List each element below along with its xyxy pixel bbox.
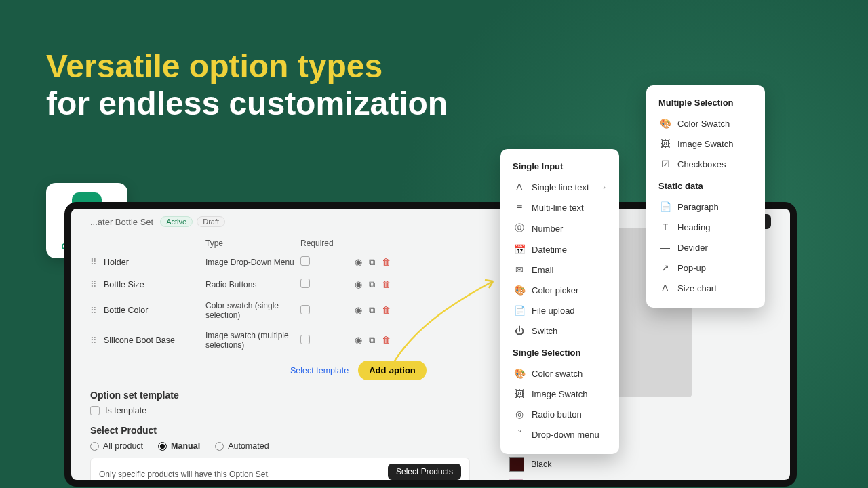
breadcrumb: ...ater Bottle Set [90,217,153,227]
drag-handle-icon[interactable]: ⠿ [90,306,104,316]
option-icon: 🎨 [514,285,525,296]
option-type-menu-2[interactable]: Multiple Selection 🎨Color Swatch🖼Image S… [646,85,765,308]
eye-icon[interactable]: ◉ [355,257,362,268]
trash-icon[interactable]: 🗑 [382,279,391,290]
status-active[interactable]: Active [160,216,193,227]
drag-handle-icon[interactable]: ⠿ [90,336,104,346]
menu-item[interactable]: ⏻Switch [505,321,615,341]
drag-handle-icon[interactable]: ⠿ [90,279,104,289]
option-icon: ◎ [514,409,525,420]
menu-item[interactable]: 🎨Color swatch [505,363,615,384]
option-icon: 📄 [660,201,671,212]
table-row[interactable]: ⠿Bottle ColorColor swatch (single select… [90,296,470,325]
copy-icon[interactable]: ⧉ [369,257,375,268]
select-template-link[interactable]: Select template [290,366,349,375]
copy-icon[interactable]: ⧉ [369,305,375,316]
option-icon: — [660,242,671,253]
menu-item[interactable]: ☑Checkboxes [650,154,761,174]
menu-item[interactable]: THeading [650,217,761,237]
option-icon: ⓪ [514,222,525,235]
add-option-button[interactable]: Add option [358,361,427,380]
menu-item[interactable]: ✉Email [505,260,615,280]
option-icon: 🖼 [660,138,671,149]
menu-item[interactable]: 🖼Image Swatch [650,134,761,154]
status-draft[interactable]: Draft [197,216,225,227]
menu-item[interactable]: ↗Pop-up [650,258,761,278]
chevron-right-icon: › [603,183,606,191]
menu-item[interactable]: 📅Datetime [505,239,615,260]
option-icon: 📄 [514,305,525,316]
radio-all[interactable]: All product [90,441,143,451]
menu-item[interactable]: 🖼Image Swatch [505,384,615,404]
col-type: Type [205,239,300,248]
option-icon: 🎨 [660,118,671,129]
required-checkbox[interactable] [300,279,310,288]
table-row[interactable]: ⠿HolderImage Drop-Down Menu◉⧉🗑 [90,251,470,273]
eye-icon[interactable]: ◉ [355,305,362,316]
headline: Versatile option types for endless custo… [46,47,448,122]
menu-item[interactable]: ◎Radio button [505,404,615,424]
option-icon: 🎨 [514,368,525,379]
option-icon: ☑ [660,159,671,169]
required-checkbox[interactable] [300,256,310,266]
option-icon: ✉ [514,264,525,275]
menu-item[interactable]: A̲Size chart [650,278,761,298]
option-icon: ≡ [514,202,525,213]
select-products-button[interactable]: Select Products [388,464,461,480]
menu-item[interactable]: 🎨Color picker [505,280,615,300]
col-required: Required [300,239,355,248]
option-icon: ⏻ [514,325,525,336]
select-product-title: Select Product [90,425,470,436]
radio-auto[interactable]: Automated [215,441,269,451]
is-template-checkbox[interactable] [90,406,100,415]
option-icon: T [660,222,671,232]
option-icon: A̲ [660,283,671,293]
trash-icon[interactable]: 🗑 [382,257,391,268]
template-title: Option set template [90,390,470,401]
menu-item[interactable]: 📄File upload [505,300,615,321]
option-icon: ↗ [660,262,671,273]
copy-icon[interactable]: ⧉ [369,335,375,346]
radio-manual[interactable]: Manual [158,441,200,451]
menu-item[interactable]: A̲Single line text› [505,177,615,197]
menu-item[interactable]: 🎨Color Swatch [650,113,761,134]
copy-icon[interactable]: ⧉ [369,279,375,290]
required-checkbox[interactable] [300,335,310,344]
color-swatch [509,457,524,472]
product-note: Only specific products will have this Op… [99,470,270,479]
menu-item[interactable]: ≡Multi-line text [505,197,615,218]
trash-icon[interactable]: 🗑 [382,305,391,316]
eye-icon[interactable]: ◉ [355,335,362,346]
trash-icon[interactable]: 🗑 [382,335,391,346]
option-icon: A̲ [514,182,525,192]
option-icon: 📅 [514,244,525,255]
required-checkbox[interactable] [300,305,310,314]
menu-item[interactable]: 📄Paragraph [650,197,761,217]
menu-item[interactable]: ˅Drop-down menu [505,424,615,445]
table-row[interactable]: ⠿Silicone Boot BaseImage swatch (multipl… [90,325,470,355]
drag-handle-icon[interactable]: ⠿ [90,257,104,267]
menu-item[interactable]: —Devider [650,237,761,258]
table-row[interactable]: ⠿Bottle SizeRadio Buttons◉⧉🗑 [90,273,470,296]
headline-accent: Versatile option types [46,48,382,84]
option-icon: 🖼 [514,388,525,399]
option-icon: ˅ [514,429,525,440]
menu-item[interactable]: ⓪Number [505,218,615,239]
eye-icon[interactable]: ◉ [355,279,362,290]
option-type-menu-1[interactable]: Single Input A̲Single line text›≡Multi-l… [500,149,619,454]
headline-sub: for endless customization [46,85,448,121]
